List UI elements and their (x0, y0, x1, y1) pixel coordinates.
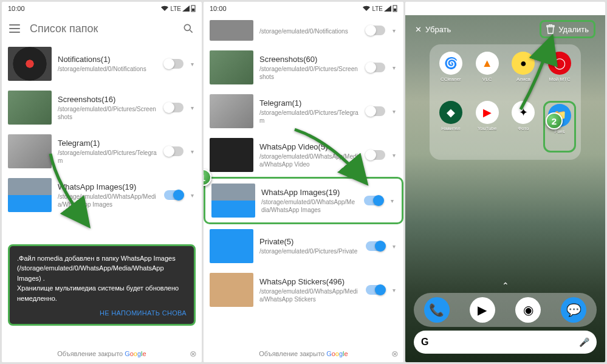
folder-path: /storage/emulated/0/Notifications (259, 27, 360, 35)
network-label: LTE (574, 5, 585, 12)
svg-rect-5 (394, 9, 396, 11)
chevron-down-icon[interactable]: ▾ (191, 105, 197, 111)
folder-name: WhatsApp Stickers(496) (259, 277, 360, 286)
folder-path: /storage/emulated/0/WhatsApp/Media/Whats… (58, 193, 158, 208)
trash-icon (546, 24, 555, 34)
toggle[interactable] (366, 150, 385, 160)
list-item[interactable]: Telegram(1)/storage/emulated/0/Pictures/… (2, 129, 202, 173)
list-item[interactable]: Telegram(1)/storage/emulated/0/Pictures/… (204, 89, 403, 133)
page-title: Список папок (30, 22, 173, 35)
app-drawer-handle[interactable]: ⌃ (502, 281, 509, 290)
phone-screen-1: 10:00 LTE Список папок Notifications(1)/… (2, 2, 202, 362)
list-item[interactable]: Notifications(1)/storage/emulated/0/Noti… (2, 42, 202, 86)
folder-name: Telegram(1) (58, 139, 158, 148)
toast-notification: .Файл nomedia добавлен в папку WhatsApp … (8, 244, 196, 326)
list-item[interactable]: WhatsApp Stickers(496)/storage/emulated/… (204, 268, 403, 312)
ccleaner-icon: 🌀 (439, 52, 462, 75)
toggle[interactable] (164, 59, 183, 69)
clock: 10:00 (210, 5, 227, 12)
status-icons: LTE (160, 5, 196, 12)
toggle[interactable] (164, 103, 183, 112)
svg-rect-7 (595, 9, 598, 11)
step-badge-2: 2 (546, 112, 563, 129)
toggle[interactable] (366, 26, 385, 35)
folder-name: WhatsApp Video(5) (259, 142, 360, 151)
app-navitel[interactable]: ◆Навител (434, 101, 467, 153)
toast-message: .Файл nomedia добавлен в папку WhatsApp … (17, 253, 187, 304)
folder-list[interactable]: /storage/emulated/0/Notifications▾ Scree… (204, 15, 403, 345)
toggle[interactable] (366, 63, 385, 72)
chevron-down-icon[interactable]: ▾ (191, 61, 197, 67)
app-folder[interactable]: 🌀CCleaner ▲VLC ●Алиса ◯Мой МТС ◆Навител … (430, 44, 581, 160)
close-icon[interactable]: ⊗ (190, 349, 197, 359)
battery-icon (594, 5, 599, 12)
app-vlc[interactable]: ▲VLC (471, 52, 504, 97)
home-screen[interactable]: ✕ Убрать Удалить 🌀CCleaner ▲VLC ●Алиса ◯… (405, 15, 605, 362)
folder-path: /storage/emulated/0/WhatsApp/Media/Whats… (259, 153, 360, 168)
list-item[interactable]: Private(5)/storage/emulated/0/Pictures/P… (204, 224, 403, 268)
menu-icon[interactable] (9, 24, 20, 33)
list-item[interactable]: Screenshots(60)/storage/emulated/0/Pictu… (204, 46, 403, 89)
phone-icon[interactable]: 📞 (424, 297, 450, 323)
app-photos[interactable]: ✦Фото (507, 101, 540, 153)
list-item[interactable]: WhatsApp Images(19)/storage/emulated/0/W… (2, 173, 202, 217)
status-bar: 10:00 LTE (405, 2, 605, 15)
wifi-icon (160, 5, 169, 12)
folder-path: /storage/emulated/0/Notifications (58, 65, 158, 73)
messages-icon[interactable]: 💬 (561, 297, 586, 323)
folder-path: /storage/emulated/0/WhatsApp/Media/Whats… (261, 198, 358, 214)
app-alisa[interactable]: ●Алиса (507, 52, 540, 97)
toggle[interactable] (164, 190, 183, 200)
ad-closed-bar: Объявление закрыто Google ⊗ (2, 345, 202, 362)
list-item[interactable]: /storage/emulated/0/Notifications▾ (204, 15, 403, 46)
close-icon[interactable]: ⊗ (391, 349, 399, 359)
signal-icon (384, 5, 391, 12)
signal-icon (586, 5, 593, 12)
google-logo: Google (125, 350, 146, 357)
chevron-down-icon[interactable]: ▾ (191, 148, 197, 155)
list-item-highlighted[interactable]: WhatsApp Images(19)/storage/emulated/0/W… (204, 177, 403, 224)
ad-closed-bar: Объявление закрыто Google ⊗ (204, 345, 403, 362)
delete-label: Удалить (558, 25, 589, 34)
delete-action[interactable]: Удалить (540, 20, 595, 38)
toast-action-button[interactable]: НЕ НАПОМИНАТЬ СНОВА (17, 309, 187, 317)
folder-path: /storage/emulated/0/Pictures/Telegram (58, 149, 158, 165)
wifi-icon (564, 5, 572, 12)
app-mts[interactable]: ◯Мой МТС (543, 52, 576, 97)
folder-name: Screenshots(16) (58, 95, 158, 104)
battery-icon (191, 5, 196, 12)
mic-icon[interactable]: 🎤 (579, 337, 589, 347)
toggle[interactable] (366, 106, 385, 116)
toggle[interactable] (164, 146, 183, 156)
list-item[interactable]: Screenshots(16)/storage/emulated/0/Pictu… (2, 86, 202, 129)
toggle[interactable] (364, 196, 383, 205)
photos-icon: ✦ (512, 101, 535, 124)
navitel-icon: ◆ (439, 101, 462, 124)
folder-name: Telegram(1) (259, 98, 360, 108)
folder-path: /storage/emulated/0/Pictures/Screenshots (259, 65, 360, 81)
search-icon[interactable] (182, 22, 194, 35)
chrome-icon[interactable]: ◉ (515, 297, 541, 323)
network-label: LTE (170, 5, 181, 12)
remove-action[interactable]: ✕ Убрать (415, 25, 451, 34)
chevron-down-icon[interactable]: ▾ (191, 192, 197, 199)
app-ccleaner[interactable]: 🌀CCleaner (434, 52, 467, 97)
mts-icon: ◯ (548, 52, 571, 75)
phone-screen-3: 10:00 LTE ✕ Убрать Удалить 🌀CCleaner ▲VL… (405, 2, 605, 362)
network-label: LTE (372, 5, 383, 12)
toggle[interactable] (366, 241, 385, 251)
search-pill[interactable]: G 🎤 (414, 331, 597, 354)
alisa-icon: ● (512, 52, 535, 75)
app-bar: Список папок (2, 15, 202, 42)
list-item[interactable]: WhatsApp Video(5)/storage/emulated/0/Wha… (204, 133, 403, 177)
folder-path: /storage/emulated/0/WhatsApp/Media/Whats… (259, 287, 360, 303)
status-bar: 10:00 LTE (2, 2, 202, 15)
battery-icon (393, 5, 397, 12)
folder-path: /storage/emulated/0/Pictures/Screenshots (58, 105, 158, 121)
app-youtube[interactable]: ▶YouTube (471, 101, 504, 153)
toggle[interactable] (366, 285, 385, 295)
folder-path: /storage/emulated/0/Pictures/Private (259, 247, 360, 255)
ad-text: Объявление закрыто (259, 350, 324, 357)
vlc-icon: ▲ (476, 52, 499, 75)
playstore-icon[interactable]: ▶ (470, 297, 495, 323)
